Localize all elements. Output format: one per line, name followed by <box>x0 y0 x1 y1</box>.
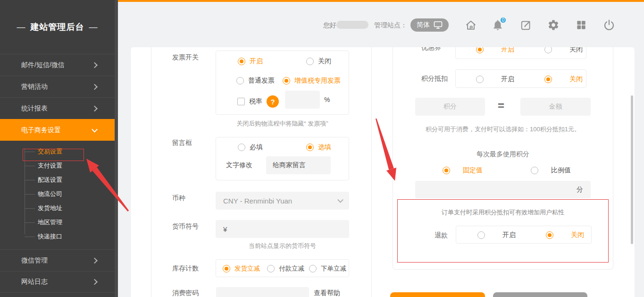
radio-icon[interactable] <box>544 47 552 53</box>
option-label: 开启 <box>502 231 516 239</box>
currency-symbol-note: 当前站点显示的货币符号 <box>216 242 349 250</box>
coupon-off-option[interactable]: 关闭 <box>544 47 583 54</box>
radio-icon[interactable] <box>531 167 538 174</box>
message-box-label: 留言框 <box>172 139 192 147</box>
radio-icon[interactable] <box>309 265 317 272</box>
radio-icon[interactable] <box>477 231 485 239</box>
checkbox-icon[interactable] <box>237 98 245 105</box>
home-icon <box>465 19 477 31</box>
option-label: 关闭 <box>318 57 331 66</box>
sidebar-item-wechat-management[interactable]: 微信管理 <box>0 249 115 271</box>
sidebar-item-label: 网站日志 <box>21 278 48 286</box>
points-input[interactable]: 积分 <box>415 98 485 116</box>
invoice-off-option[interactable]: 关闭 <box>306 57 331 66</box>
submenu-item-logistics-company[interactable]: 物流公司 <box>0 187 115 201</box>
gear-icon <box>547 19 560 31</box>
radio-selected-icon[interactable] <box>238 58 245 65</box>
logout-button[interactable] <box>603 19 615 31</box>
currency-select[interactable]: CNY - Renminbi Yuan <box>216 192 349 210</box>
sidebar-item-marketing[interactable]: 营销活动 <box>0 76 115 97</box>
submenu-item-label: 快递接口 <box>38 229 62 244</box>
radio-icon[interactable] <box>267 265 275 272</box>
amount-input[interactable]: 金额 <box>520 98 591 116</box>
coupon-label: 优惠券 <box>421 47 441 52</box>
notification-badge: 0 <box>500 17 507 24</box>
sidebar-item-site-logs[interactable]: 网站日志 <box>0 271 115 293</box>
help-question-icon[interactable]: ? <box>267 95 279 108</box>
points-on-option[interactable]: 开启 <box>476 75 514 84</box>
fixed-value-option[interactable]: 固定值 <box>443 166 483 175</box>
consume-password-input[interactable] <box>216 287 309 297</box>
tax-rate-option[interactable]: 税率 ? <box>237 95 279 108</box>
invoice-vat-option[interactable]: 增值税专用发票 <box>283 76 341 85</box>
points-off-option[interactable]: 关闭 <box>544 75 583 84</box>
settings-button[interactable] <box>547 19 560 31</box>
home-button[interactable] <box>465 19 477 31</box>
currency-symbol-label: 货币符号 <box>172 222 199 231</box>
language-site-button[interactable]: 简体 <box>410 18 449 32</box>
select-value: CNY - Renminbi Yuan <box>223 197 292 205</box>
input-value: 给商家留言 <box>273 161 306 170</box>
option-label: 选填 <box>318 143 331 152</box>
submenu-item-shipping-address[interactable]: 发货地址 <box>0 201 115 215</box>
input-value: ¥ <box>223 225 227 233</box>
radio-icon[interactable] <box>306 58 314 65</box>
sidebar-item-statistics[interactable]: 统计报表 <box>0 97 115 119</box>
radio-selected-icon[interactable] <box>223 265 230 272</box>
submenu-item-express-interface[interactable]: 快递接口 <box>0 229 115 244</box>
submenu-item-region-management[interactable]: 地区管理 <box>0 215 115 229</box>
apps-button[interactable] <box>575 19 587 31</box>
refund-off-option[interactable]: 关闭 <box>546 231 584 239</box>
radio-selected-icon[interactable] <box>546 231 553 239</box>
stock-pay-option[interactable]: 付款立减 <box>267 264 304 273</box>
message-options-box: 必填 选填 文字修改 给商家留言 <box>216 137 349 180</box>
option-label: 固定值 <box>463 166 483 175</box>
option-label: 关闭 <box>569 47 583 54</box>
manage-site-label: 管理站点： <box>374 21 407 30</box>
radio-selected-icon[interactable] <box>443 167 450 174</box>
notifications-button[interactable]: 0 <box>492 19 504 31</box>
merchant-message-input[interactable]: 给商家留言 <box>266 156 331 174</box>
sidebar-item-label: 营销活动 <box>21 83 48 91</box>
message-required-option[interactable]: 必填 <box>238 143 263 152</box>
submit-button[interactable] <box>390 292 485 297</box>
radio-icon[interactable] <box>476 76 484 83</box>
currency-symbol-input[interactable]: ¥ <box>216 220 349 238</box>
tree-tick <box>25 194 35 195</box>
radio-selected-icon[interactable] <box>544 76 552 83</box>
message-optional-option[interactable]: 选填 <box>306 143 331 152</box>
view-help-link[interactable]: 查看帮助 <box>314 289 340 297</box>
max-points-input[interactable]: 分 <box>415 181 591 198</box>
submenu-item-label: 配送设置 <box>38 173 62 187</box>
edit-button[interactable] <box>520 19 532 31</box>
radio-icon[interactable] <box>238 144 245 151</box>
submenu-item-delivery-settings[interactable]: 配送设置 <box>0 173 115 187</box>
settings-panel: 发票开关 开启 关闭 普通发票 增值税专用发票 税率 ? % 关闭后购物流程中将… <box>131 47 635 297</box>
stock-ship-option[interactable]: 发货立减 <box>223 264 260 273</box>
invoice-on-option[interactable]: 开启 <box>238 57 263 66</box>
cancel-button[interactable] <box>493 292 587 297</box>
tax-rate-input[interactable] <box>285 91 320 109</box>
title-dash-right: — <box>89 22 98 32</box>
radio-selected-icon[interactable] <box>306 144 314 151</box>
radio-icon[interactable] <box>236 77 244 85</box>
sidebar-item-ecommerce-settings[interactable]: 电子商务设置 <box>0 119 115 141</box>
vertical-scrollbar[interactable] <box>631 95 633 244</box>
coupon-on-option[interactable]: 开启 <box>476 47 514 54</box>
sidebar-item-label: 微信管理 <box>21 256 48 265</box>
tree-tick <box>25 166 35 166</box>
placeholder-text: 金额 <box>520 102 591 111</box>
sidebar-item-mail-sms-wechat[interactable]: 邮件/短信/微信 <box>0 54 115 76</box>
stock-order-option[interactable]: 下单立减 <box>309 264 346 273</box>
points-deduct-box: 开启 关闭 <box>455 69 586 88</box>
ratio-value-option[interactable]: 比例值 <box>531 166 571 175</box>
invoice-normal-option[interactable]: 普通发票 <box>236 76 275 85</box>
username-redacted <box>336 21 368 29</box>
radio-selected-icon[interactable] <box>283 77 290 85</box>
sidebar-item-label: 统计报表 <box>21 104 48 113</box>
stock-options-box: 发货立减 付款立减 下单立减 <box>216 259 349 277</box>
radio-selected-icon[interactable] <box>476 47 484 53</box>
app-title-text: 建站管理后台 <box>31 21 84 33</box>
refund-on-option[interactable]: 开启 <box>477 231 516 239</box>
tree-tick <box>25 208 35 209</box>
